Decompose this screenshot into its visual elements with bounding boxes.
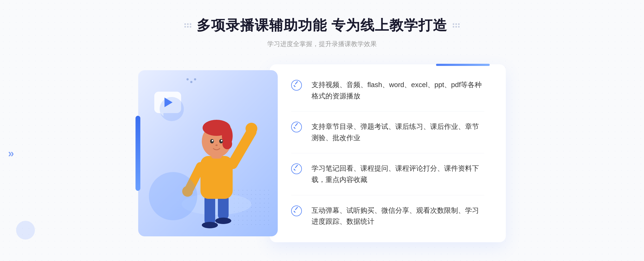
svg-point-14 [222,139,232,149]
header-subtitle: 学习进度全掌握，提升录播课教学效果 [184,40,460,48]
svg-point-7 [246,123,257,135]
feature-item-1: 支持视频、音频、flash、word、excel、ppt、pdf等各种格式的资源… [291,79,484,111]
feature-item-2: 支持章节目录、弹题考试、课后练习、课后作业、章节测验、批改作业 [291,111,484,153]
feature-text-4: 互动弹幕、试听购买、微信分享、观看次数限制、学习进度跟踪、数据统计 [312,205,484,227]
svg-point-3 [202,222,218,228]
sparkle-decoration [186,78,196,83]
svg-point-19 [215,144,218,146]
features-card: 支持视频、音频、flash、word、excel、ppt、pdf等各种格式的资源… [270,64,506,242]
left-chevron-icon: » [8,148,14,159]
illustration-card [138,70,278,236]
main-content: » [0,64,644,242]
page-wrapper: 多项录播课辅助功能 专为线上教学打造 学习进度全掌握，提升录播课教学效果 » [0,0,644,261]
feature-item-4: 互动弹幕、试听购买、微信分享、观看次数限制、学习进度跟踪、数据统计 [291,195,484,227]
svg-point-18 [221,140,222,141]
dots-left-icon [184,23,191,28]
page-title: 多项录播课辅助功能 专为线上教学打造 [197,16,447,35]
check-icon-4 [291,206,302,216]
feature-text-1: 支持视频、音频、flash、word、excel、ppt、pdf等各种格式的资源… [312,79,484,102]
dots-right-icon [453,23,460,28]
feature-item-3: 学习笔记回看、课程提问、课程评论打分、课件资料下载，重点内容收藏 [291,153,484,195]
check-icon-2 [291,122,302,132]
svg-point-4 [215,218,231,224]
check-icon-3 [291,163,302,174]
header-section: 多项录播课辅助功能 专为线上教学打造 学习进度全掌握，提升录播课教学效果 [184,0,460,48]
blue-bar-accent [136,116,140,191]
header-title-row: 多项录播课辅助功能 专为线上教学打造 [184,16,460,35]
svg-point-17 [212,140,213,141]
features-list: 支持视频、音频、flash、word、excel、ppt、pdf等各种格式的资源… [291,79,484,227]
feature-text-3: 学习笔记回看、课程提问、课程评论打分、课件资料下载，重点内容收藏 [312,163,484,185]
svg-line-6 [233,132,251,164]
feature-text-2: 支持章节目录、弹题考试、课后练习、课后作业、章节测验、批改作业 [312,121,484,143]
deco-circle-bottom [149,172,197,220]
check-icon-1 [291,80,302,91]
